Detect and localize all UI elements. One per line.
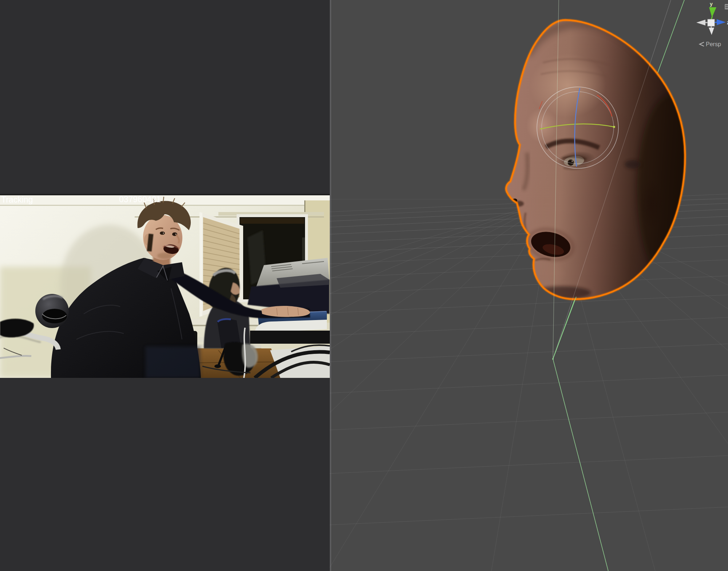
far-eye-shadow (625, 160, 641, 169)
frustum-apex (552, 358, 554, 360)
scene-viewport[interactable]: y z Persp (330, 0, 728, 571)
x-axis-cone[interactable] (696, 20, 705, 25)
face-mesh[interactable] (506, 20, 706, 299)
editor-window: Tracking 037960421 (0, 0, 728, 571)
camera-preview-panel: Tracking 037960421 (0, 0, 330, 571)
projection-label[interactable]: Persp (706, 41, 721, 47)
frustum-line-down (553, 359, 608, 571)
corner-menu-icon[interactable] (725, 4, 728, 9)
webcam-feed: Tracking 037960421 (0, 194, 330, 378)
helmet (35, 294, 69, 328)
webcam-photo (0, 194, 330, 378)
z-axis-cone[interactable] (717, 19, 726, 25)
y-axis-cone[interactable] (709, 7, 716, 17)
persp-chevron-icon (700, 42, 704, 46)
gizmo-cube[interactable] (708, 19, 715, 26)
y-axis-label: y (710, 1, 713, 7)
orientation-gizmo[interactable]: y z Persp (696, 1, 728, 47)
down-axis-cone[interactable] (709, 28, 714, 35)
